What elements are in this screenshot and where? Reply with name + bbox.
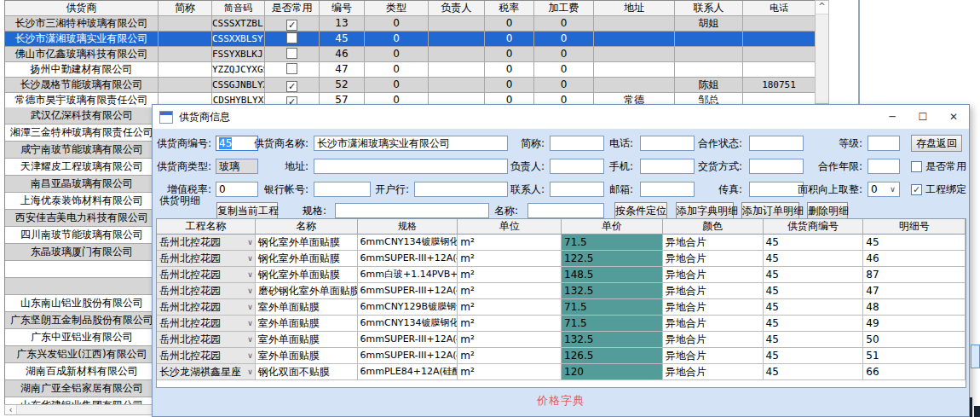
project-bind-checkbox[interactable]: ✓ 工程绑定: [911, 182, 966, 196]
coop-status-field[interactable]: [749, 136, 804, 151]
cell-name[interactable]: 室外单面贴膜: [256, 332, 358, 348]
cell-common[interactable]: ✓: [265, 78, 320, 93]
cell-price[interactable]: 71.5: [562, 299, 663, 316]
table-row-selected[interactable]: 长沙市潇湘玻璃实业有限公司 CSSXXBLSY.. 45 0 0 0: [5, 32, 816, 47]
col-header-fee[interactable]: 加工费: [534, 1, 594, 16]
project-combo-cell[interactable]: 岳州北控花园: [157, 235, 256, 251]
cell-id[interactable]: 47: [320, 62, 365, 78]
cell-addr[interactable]: [594, 47, 675, 62]
cell-spec[interactable]: 6mmSUPER-III+12A(硅..: [358, 332, 458, 348]
project-combo-cell[interactable]: 岳州北控花园: [157, 283, 256, 299]
cell-code[interactable]: CSSXXBLSY..: [212, 32, 265, 47]
cell-color[interactable]: 异地合片: [663, 316, 764, 332]
cell-supplier-id[interactable]: 45: [764, 316, 864, 332]
cell-supplier-id[interactable]: 45: [764, 235, 864, 251]
detail-row[interactable]: 岳州北控花园 室外单面贴膜 6mmSUPER-III+12A(硅.. m² 12…: [157, 348, 966, 364]
cell-price[interactable]: 148.5: [562, 267, 663, 283]
col-header-common[interactable]: 是否常用: [265, 1, 320, 16]
cell-tax[interactable]: 0: [485, 78, 534, 93]
cell-leader[interactable]: [429, 78, 485, 93]
cell-type[interactable]: 0: [365, 62, 429, 78]
col-header-abbr[interactable]: 简称: [159, 1, 212, 16]
cell-fee[interactable]: 0: [534, 47, 594, 62]
dcol-supplier-id[interactable]: 供货商编号: [764, 219, 864, 235]
cell-common[interactable]: [265, 47, 320, 62]
background-scrollbar-thumb[interactable]: [971, 345, 980, 368]
cell-color[interactable]: 异地合片: [663, 364, 764, 380]
col-header-type[interactable]: 类型: [365, 1, 429, 16]
cell-supplier-id[interactable]: 45: [764, 332, 864, 348]
cell-detail-id[interactable]: 51: [863, 348, 966, 364]
cell-leader[interactable]: [429, 62, 485, 78]
detail-row[interactable]: 长沙龙湖祺鑫星座 钢化双面不贴膜 6mmPLE84+12A(硅酮胶.. m² 1…: [157, 364, 966, 380]
list-item[interactable]: 东晶玻璃厦门有限公司: [5, 244, 159, 261]
cell-abbr[interactable]: [159, 47, 212, 62]
cell-supplier[interactable]: 佛山市亿鑫玻璃科技有限公司: [5, 47, 159, 62]
col-header-leader[interactable]: 负责人: [429, 1, 485, 16]
detail-row[interactable]: 岳州北控花园 钢化室外单面贴膜 6mmCNY134镀膜钢化 m² 71.5 异地…: [157, 235, 966, 251]
cell-id[interactable]: 46: [320, 47, 365, 62]
cell-abbr[interactable]: [159, 78, 212, 93]
cell-detail-id[interactable]: 45: [863, 235, 966, 251]
list-item[interactable]: 四川南玻节能玻璃有限公司: [5, 227, 159, 244]
cell-unit[interactable]: m²: [458, 283, 562, 299]
cell-color[interactable]: 异地合片: [663, 348, 764, 364]
list-item[interactable]: 上海优泰装饰材料有限公司: [5, 193, 159, 210]
copy-project-button[interactable]: 复制当前工程: [216, 202, 278, 219]
grade-field[interactable]: [868, 136, 900, 151]
project-combo-cell[interactable]: 岳州北控花园: [157, 267, 256, 283]
list-item[interactable]: 湘潭三金特种玻璃有限责任公司: [5, 125, 159, 142]
cell-contact[interactable]: 陈姐: [675, 78, 743, 93]
cell-name[interactable]: 钢化双面不贴膜: [256, 364, 358, 380]
common-checkbox[interactable]: [286, 32, 297, 43]
table-row[interactable]: 扬州中勤建材有限公司 YZZQJCYXGS 47 0 0 0: [5, 62, 816, 78]
dialog-titlebar[interactable]: 供货商信息 ─ ☐ ✕: [153, 105, 969, 129]
list-item[interactable]: 武汉亿深科技有限公司: [5, 107, 159, 125]
add-dict-detail-button[interactable]: 添加字典明细: [676, 202, 734, 219]
maximize-button[interactable]: ☐: [908, 105, 938, 129]
detail-row[interactable]: 岳州北控花园 室外单面贴膜 6mmSUPER-III+12A(硅.. m² 13…: [157, 332, 966, 348]
dcol-price[interactable]: 单价: [562, 219, 663, 235]
cell-abbr[interactable]: [159, 62, 212, 78]
cell-unit[interactable]: m²: [458, 348, 562, 364]
cell-unit[interactable]: m²: [458, 316, 562, 332]
cell-name[interactable]: 磨砂钢化室外单面贴膜: [256, 283, 358, 299]
cell-addr[interactable]: [594, 62, 675, 78]
detail-row[interactable]: 岳州北控花园 钢化室外单面贴膜 6mmSUPER-III+12A(硅.. m² …: [157, 251, 966, 267]
cell-fee[interactable]: 0: [534, 16, 594, 32]
cell-type[interactable]: 0: [365, 32, 429, 47]
cell-phone[interactable]: [743, 47, 816, 62]
save-return-button[interactable]: 存盘返回: [911, 135, 962, 152]
scroll-up-icon[interactable]: ^: [816, 1, 828, 14]
cell-addr[interactable]: [594, 16, 675, 32]
list-item[interactable]: 湖南广亚全铝家居有限公司: [5, 380, 159, 397]
detail-row[interactable]: 岳州北控花园 钢化室外单面贴膜 6mm白玻+1.14PVB+6mm.. m² 1…: [157, 267, 966, 283]
cell-abbr[interactable]: [159, 16, 212, 32]
cell-price[interactable]: 120: [562, 364, 663, 380]
dcol-name[interactable]: 名称: [256, 219, 358, 235]
cell-spec[interactable]: 6mmCNY134镀膜钢化: [358, 235, 458, 251]
cell-unit[interactable]: m²: [458, 332, 562, 348]
cell-color[interactable]: 异地合片: [663, 235, 764, 251]
cell-detail-id[interactable]: 50: [863, 332, 966, 348]
cell-phone[interactable]: [743, 62, 816, 78]
dcol-project[interactable]: 工程名称: [157, 219, 256, 235]
dcol-color[interactable]: 颜色: [663, 219, 764, 235]
detail-row[interactable]: 岳州北控花园 室外单面贴膜 6mmCNY129B镀膜钢化 m² 71.5 异地合…: [157, 299, 966, 316]
common-checkbox[interactable]: ✓: [286, 20, 297, 31]
vertical-scrollbar[interactable]: ^: [815, 0, 829, 104]
cell-spec[interactable]: 6mmPLE84+12A(硅酮胶..: [358, 364, 458, 380]
scroll-left-icon[interactable]: ‹: [5, 405, 17, 414]
list-item[interactable]: 湖南百成新材料有限公司: [5, 363, 159, 380]
table-row[interactable]: 长沙晟格节能玻璃有限公司 CSSGJNBLYXGS ✓ 52 0 0 0 陈姐 …: [5, 78, 816, 93]
cell-color[interactable]: 异地合片: [663, 332, 764, 348]
cell-id[interactable]: 13: [320, 16, 365, 32]
common-checkbox[interactable]: [286, 48, 297, 59]
cell-color[interactable]: 异地合片: [663, 267, 764, 283]
cell-price[interactable]: 132.5: [562, 283, 663, 299]
cell-tax[interactable]: 0: [485, 47, 534, 62]
col-header-addr[interactable]: 地址: [594, 1, 675, 16]
cell-code[interactable]: CSSGJNBLYXGS: [212, 78, 265, 93]
cell-phone[interactable]: [743, 32, 816, 47]
cell-color[interactable]: 异地合片: [663, 299, 764, 316]
